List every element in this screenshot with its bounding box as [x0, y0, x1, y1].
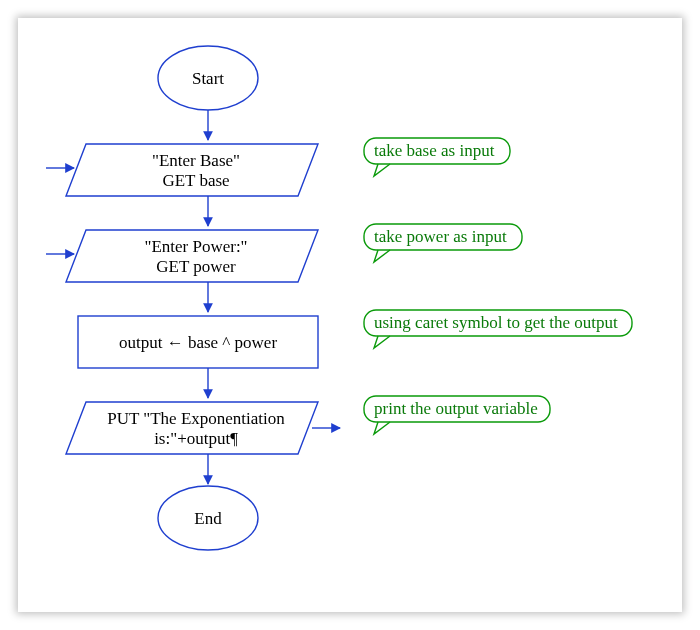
flowchart-card: Start "Enter Base" GET base "Enter Power…: [18, 18, 682, 612]
callout-print-text: print the output variable: [374, 399, 538, 418]
process-line1: output ← base ^ power: [119, 333, 277, 352]
input-power-line1: "Enter Power:": [144, 237, 247, 256]
callout-caret-text: using caret symbol to get the output: [374, 313, 618, 332]
page: Start "Enter Base" GET base "Enter Power…: [0, 0, 700, 630]
callout-take-base: take base as input: [364, 138, 510, 176]
output-line1: PUT "The Exponentiation: [107, 409, 285, 428]
start-label: Start: [192, 69, 224, 88]
input-base-line1: "Enter Base": [152, 151, 240, 170]
callout-caret: using caret symbol to get the output: [364, 310, 632, 348]
output-line2: is:"+output¶: [154, 429, 238, 448]
callout-print: print the output variable: [364, 396, 550, 434]
input-base-line2: GET base: [162, 171, 229, 190]
callout-take-power-text: take power as input: [374, 227, 507, 246]
input-power-line2: GET power: [156, 257, 236, 276]
end-label: End: [194, 509, 222, 528]
callout-take-power: take power as input: [364, 224, 522, 262]
callout-take-base-text: take base as input: [374, 141, 495, 160]
flowchart-svg: Start "Enter Base" GET base "Enter Power…: [18, 18, 682, 612]
